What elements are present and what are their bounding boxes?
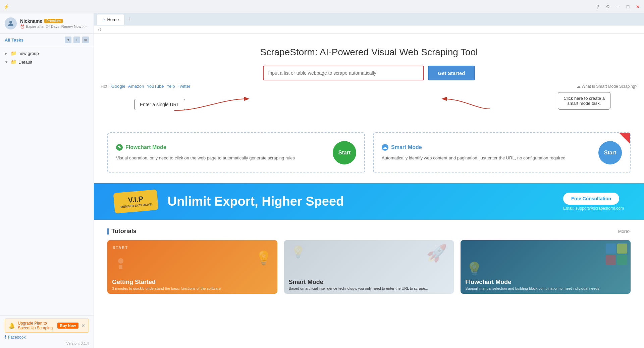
- maximize-icon[interactable]: □: [625, 4, 631, 9]
- help-icon[interactable]: ?: [595, 4, 600, 9]
- tutorial-card-smart-mode[interactable]: 🚀 💡 Smart Mode Based on artificial intel…: [284, 240, 454, 294]
- search-row: Get Started: [101, 66, 637, 80]
- grid-view-button[interactable]: ⊞: [82, 37, 89, 43]
- free-consultation-button[interactable]: Free Consultation: [563, 193, 619, 205]
- getting-started-card-overlay: Getting Started 3 minutes to quickly und…: [107, 275, 277, 294]
- upgrade-text: Upgrade Plan to Speed Up Scraping: [18, 321, 55, 330]
- sidebar-item-label: Default: [18, 60, 32, 65]
- svg-point-0: [9, 21, 12, 23]
- sidebar: Nickname Premium ⏰ Expire after 24 Days …: [0, 13, 94, 348]
- smart-mode-card: ☁ Smart Mode Automatically identify web …: [373, 132, 631, 173]
- refresh-button[interactable]: ↺: [96, 27, 104, 33]
- home-tab-label: Home: [107, 17, 119, 22]
- flowchart-card-subtitle: Support manual selection and building bl…: [465, 286, 626, 290]
- sidebar-item-label: new group: [18, 51, 39, 56]
- vip-banner: V.I.P MEMBER EXCLUSIVE Unlimit Export, H…: [94, 183, 644, 220]
- flowchart-card-title: Flowchart Mode: [465, 279, 626, 286]
- callout-smart-mode: Click here to create a smart mode task.: [558, 92, 610, 110]
- tree-arrow: ▼: [5, 60, 9, 64]
- tree-arrow: ▶: [5, 52, 9, 55]
- annotation-arrows: [107, 95, 631, 132]
- getting-started-title: Getting Started: [112, 279, 273, 286]
- hero-title: ScrapeStorm: AI-Powered Visual Web Scrap…: [101, 47, 637, 58]
- tutorial-cards: START 💡 Getting Started 3 minutes to qui…: [107, 240, 631, 294]
- tutorials-header: Tutorials More>: [107, 228, 631, 235]
- flowchart-mode-desc: Visual operation, only need to click on …: [116, 155, 333, 162]
- add-tab-button[interactable]: +: [126, 15, 134, 23]
- tutorial-card-getting-started[interactable]: START 💡 Getting Started 3 minutes to qui…: [107, 240, 277, 294]
- tabbar: ⌂ Home +: [94, 13, 644, 25]
- folder-icon: 📁: [11, 59, 16, 65]
- url-input[interactable]: [263, 66, 424, 80]
- tutorials-section: Tutorials More> START 💡: [94, 220, 644, 302]
- flowchart-mode-title: ✎ Flowchart Mode: [116, 144, 333, 151]
- sidebar-item-new-group[interactable]: ▶ 📁 new group: [0, 49, 94, 58]
- sidebar-header: Nickname Premium ⏰ Expire after 24 Days …: [0, 13, 94, 34]
- window-controls: ? ⚙ ─ □ ✕: [595, 4, 641, 9]
- smart-card-corner: [619, 133, 630, 144]
- username: Nickname Premium: [20, 18, 89, 24]
- annotation-area: Enter a single URL Click here to create …: [107, 95, 631, 132]
- settings-icon[interactable]: ⚙: [605, 4, 610, 9]
- close-upgrade-button[interactable]: ✕: [81, 323, 85, 328]
- home-page: ScrapeStorm: AI-Powered Visual Web Scrap…: [94, 33, 644, 348]
- getting-started-subtitle: 3 minutes to quickly understand the basi…: [112, 286, 273, 290]
- hot-link-youtube[interactable]: YouTube: [147, 84, 164, 89]
- home-icon: ⌂: [102, 17, 105, 22]
- vip-right: Free Consultation Email: support@scrapes…: [563, 193, 624, 211]
- get-started-button[interactable]: Get Started: [428, 66, 475, 80]
- smart-mode-link[interactable]: ☁ What is Smart Mode Scraping?: [577, 84, 637, 89]
- all-tasks-header: All Tasks ⬆ + ⊞: [0, 34, 94, 46]
- close-icon[interactable]: ✕: [635, 4, 641, 9]
- hot-link-amazon[interactable]: Amazon: [128, 84, 144, 89]
- flowchart-icon: ✎: [116, 144, 123, 151]
- sidebar-footer: 🔔 Upgrade Plan to Speed Up Scraping Buy …: [0, 316, 94, 348]
- hot-link-google[interactable]: Google: [111, 84, 125, 89]
- smart-mode-card-subtitle: Based on artificial intelligence technol…: [289, 286, 449, 290]
- flowchart-mode-left: ✎ Flowchart Mode Visual operation, only …: [116, 144, 333, 162]
- hot-link-twitter[interactable]: Twitter: [177, 84, 190, 89]
- callout-single-url: Enter a single URL: [134, 99, 185, 110]
- app-body: Nickname Premium ⏰ Expire after 24 Days …: [0, 13, 644, 348]
- add-task-button[interactable]: +: [73, 37, 80, 43]
- expire-text: ⏰ Expire after 24 Days ,Renew Now >>: [20, 24, 89, 29]
- folder-icon: 📁: [11, 51, 16, 56]
- minimize-icon[interactable]: ─: [615, 4, 621, 9]
- tutorials-title: Tutorials: [107, 228, 137, 235]
- mode-cards: ✎ Flowchart Mode Visual operation, only …: [94, 132, 644, 183]
- main-content: ⌂ Home + ↺ ScrapeStorm: AI-Powered Visua…: [94, 13, 644, 348]
- premium-badge: Premium: [44, 19, 63, 23]
- hero-section: ScrapeStorm: AI-Powered Visual Web Scrap…: [94, 33, 644, 95]
- vip-badge: V.I.P MEMBER EXCLUSIVE: [113, 189, 158, 213]
- content-area: ScrapeStorm: AI-Powered Visual Web Scrap…: [94, 33, 644, 348]
- import-task-button[interactable]: ⬆: [65, 37, 71, 43]
- flowchart-card-overlay: Flowchart Mode Support manual selection …: [461, 275, 631, 294]
- sidebar-tree: ▶ 📁 new group ▼ 📁 Default: [0, 46, 94, 316]
- tutorials-more-link[interactable]: More>: [618, 229, 631, 234]
- facebook-icon: f: [5, 335, 6, 340]
- hot-links: Hot: Google Amazon YouTube Yelp Twitter …: [101, 84, 637, 89]
- smart-mode-desc: Automatically identify web content and p…: [382, 155, 598, 162]
- home-tab[interactable]: ⌂ Home: [97, 14, 124, 25]
- app-logo: ⚡: [3, 4, 9, 9]
- smart-mode-title: ☁ Smart Mode: [382, 144, 598, 151]
- smart-icon: ☁: [382, 144, 388, 151]
- hot-label: Hot:: [101, 84, 109, 89]
- smart-mode-card-title: Smart Mode: [289, 279, 449, 286]
- upgrade-bar: 🔔 Upgrade Plan to Speed Up Scraping Buy …: [5, 319, 89, 333]
- sidebar-item-default[interactable]: ▼ 📁 Default: [0, 58, 94, 66]
- facebook-link[interactable]: f Facebook: [5, 335, 89, 340]
- user-info: Nickname Premium ⏰ Expire after 24 Days …: [20, 18, 89, 29]
- svg-point-2: [118, 258, 123, 264]
- flowchart-start-button[interactable]: Start: [333, 141, 356, 164]
- avatar: [5, 17, 17, 29]
- buy-now-button[interactable]: Buy Now: [57, 323, 78, 329]
- tutorial-card-flowchart-tutorial[interactable]: 💡 Flowchart Mode Support manual selectio…: [461, 240, 631, 294]
- vip-text: Unlimit Export, Higher Speed: [168, 194, 553, 209]
- titlebar: ⚡ ? ⚙ ─ □ ✕: [0, 0, 644, 13]
- smart-start-button[interactable]: Start: [598, 141, 622, 164]
- all-tasks-label[interactable]: All Tasks: [5, 38, 65, 43]
- svg-rect-3: [119, 265, 122, 269]
- version-text: Version: 3.1.4: [5, 341, 89, 345]
- hot-link-yelp[interactable]: Yelp: [167, 84, 175, 89]
